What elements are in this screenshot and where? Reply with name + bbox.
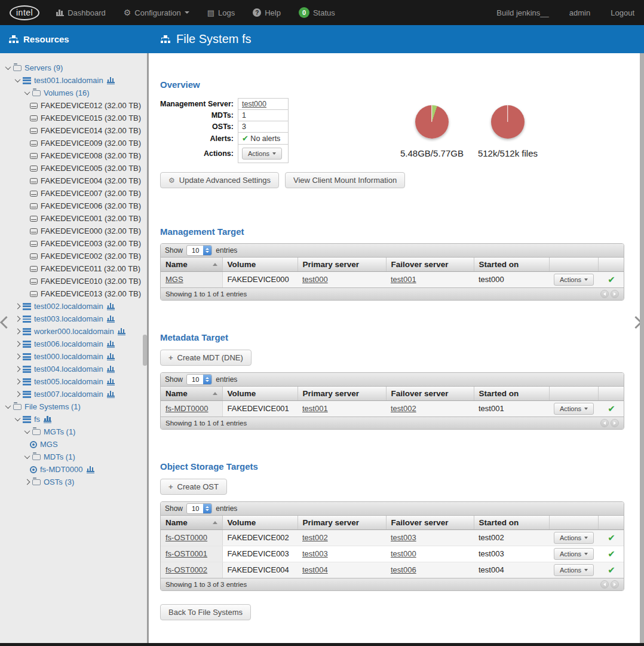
chart-icon[interactable] bbox=[107, 378, 115, 385]
intel-logo[interactable]: intel bbox=[10, 5, 39, 20]
tree-item-mgts-1[interactable]: MGTs (1) bbox=[0, 425, 147, 438]
previous-page-button[interactable] bbox=[600, 580, 609, 589]
previous-page-button[interactable] bbox=[600, 419, 609, 427]
nav-dashboard[interactable]: Dashboard bbox=[56, 8, 106, 17]
target-link[interactable]: fs-OST0002 bbox=[165, 565, 207, 574]
tree-item-fakedevice015-32-00-tb[interactable]: FAKEDEVICE015 (32.00 TB) bbox=[0, 112, 147, 124]
chevron-down-icon[interactable] bbox=[24, 453, 30, 459]
actions-dropdown-button[interactable]: Actions bbox=[554, 274, 594, 286]
entries-per-page-select[interactable]: 10 bbox=[186, 503, 212, 514]
nav-status[interactable]: 0 Status bbox=[299, 7, 335, 18]
chevron-down-icon[interactable] bbox=[15, 76, 21, 82]
failover-server-link[interactable]: test006 bbox=[391, 565, 416, 574]
chevron-right-icon[interactable] bbox=[15, 379, 21, 385]
column-header-failover-server[interactable]: Failover server bbox=[386, 258, 474, 271]
actions-dropdown-button[interactable]: Actions bbox=[554, 548, 594, 560]
nav-configuration[interactable]: ⚙ Configuration bbox=[124, 8, 189, 17]
create-create-mdt-dne-button[interactable]: +Create MDT (DNE) bbox=[160, 350, 252, 366]
chart-icon[interactable] bbox=[107, 366, 115, 373]
tree-item-fakedevice009-32-00-tb[interactable]: FAKEDEVICE009 (32.00 TB) bbox=[0, 137, 147, 149]
sidebar-scrollbar-thumb[interactable] bbox=[143, 335, 147, 366]
target-link[interactable]: fs-MDT0000 bbox=[165, 404, 208, 413]
actions-dropdown-button[interactable]: Actions bbox=[554, 564, 594, 576]
chevron-right-icon[interactable] bbox=[24, 479, 30, 485]
primary-server-link[interactable]: test003 bbox=[302, 549, 328, 558]
tree-item-fakedevice002-32-00-tb[interactable]: FAKEDEVICE002 (32.00 TB) bbox=[0, 250, 147, 262]
column-header-volume[interactable]: Volume bbox=[222, 516, 298, 529]
entries-per-page-select[interactable]: 10 bbox=[186, 245, 212, 256]
chevron-right-icon[interactable] bbox=[15, 304, 21, 310]
tree-item-fakedevice006-32-00-tb[interactable]: FAKEDEVICE006 (32.00 TB) bbox=[0, 200, 147, 212]
chevron-right-icon[interactable] bbox=[15, 341, 21, 347]
tree-item-fs-mdt0000[interactable]: fs-MDT0000 bbox=[0, 463, 147, 476]
chart-icon[interactable] bbox=[107, 353, 115, 360]
column-header-primary-server[interactable]: Primary server bbox=[298, 258, 386, 271]
tree-item-mdts-1[interactable]: MDTs (1) bbox=[0, 451, 147, 463]
create-create-ost-button[interactable]: +Create OST bbox=[160, 479, 227, 495]
column-header-primary-server[interactable]: Primary server bbox=[298, 516, 386, 529]
column-header-volume[interactable]: Volume bbox=[222, 387, 298, 400]
tree-item-fakedevice004-32-00-tb[interactable]: FAKEDEVICE004 (32.00 TB) bbox=[0, 174, 147, 187]
chevron-right-icon[interactable] bbox=[15, 366, 21, 372]
column-header-volume[interactable]: Volume bbox=[222, 258, 298, 271]
column-header-started-on[interactable]: Started on bbox=[474, 516, 549, 529]
failover-server-link[interactable]: test003 bbox=[391, 533, 416, 542]
column-header-name[interactable]: Name bbox=[161, 387, 222, 400]
tree-item-fakedevice005-32-00-tb[interactable]: FAKEDEVICE005 (32.00 TB) bbox=[0, 162, 147, 174]
tree-item-fakedevice012-32-00-tb[interactable]: FAKEDEVICE012 (32.00 TB) bbox=[0, 99, 147, 112]
tree-item-fakedevice013-32-00-tb[interactable]: FAKEDEVICE013 (32.00 TB) bbox=[0, 287, 147, 300]
tree-item-test003-localdomain[interactable]: test003.localdomain bbox=[0, 313, 147, 325]
tree-item-volumes-16[interactable]: Volumes (16) bbox=[0, 87, 147, 99]
chevron-down-icon[interactable] bbox=[24, 89, 30, 95]
nav-help[interactable]: ? Help bbox=[253, 8, 281, 17]
nav-user[interactable]: admin bbox=[569, 8, 590, 17]
tree-item-test001-localdomain[interactable]: test001.localdomain bbox=[0, 74, 147, 87]
chart-icon[interactable] bbox=[107, 391, 115, 398]
chart-icon[interactable] bbox=[107, 316, 115, 323]
tree-item-test002-localdomain[interactable]: test002.localdomain bbox=[0, 300, 147, 313]
chevron-right-icon[interactable] bbox=[15, 391, 21, 397]
previous-page-button[interactable] bbox=[600, 290, 609, 298]
tree-item-fs[interactable]: fs bbox=[0, 413, 147, 425]
primary-server-link[interactable]: test004 bbox=[302, 565, 328, 574]
primary-server-link[interactable]: test001 bbox=[302, 404, 328, 413]
target-link[interactable]: fs-OST0000 bbox=[165, 533, 207, 542]
next-page-button[interactable] bbox=[611, 580, 619, 589]
actions-dropdown-button[interactable]: Actions bbox=[242, 148, 282, 160]
chevron-down-icon[interactable] bbox=[15, 415, 21, 421]
tree-item-fakedevice010-32-00-tb[interactable]: FAKEDEVICE010 (32.00 TB) bbox=[0, 275, 147, 287]
chevron-right-icon[interactable] bbox=[15, 329, 21, 335]
chevron-down-icon[interactable] bbox=[5, 64, 11, 70]
chart-icon[interactable] bbox=[87, 466, 94, 473]
target-link[interactable]: fs-OST0001 bbox=[165, 549, 207, 558]
column-header-name[interactable]: Name bbox=[161, 258, 222, 271]
primary-server-link[interactable]: test002 bbox=[302, 533, 328, 542]
chart-icon[interactable] bbox=[44, 416, 51, 423]
management-server-link[interactable]: test000 bbox=[242, 100, 266, 108]
chart-icon[interactable] bbox=[118, 328, 125, 335]
primary-server-link[interactable]: test000 bbox=[302, 275, 328, 284]
tree-item-test005-localdomain[interactable]: test005.localdomain bbox=[0, 375, 147, 388]
column-header-failover-server[interactable]: Failover server bbox=[386, 516, 474, 529]
tree-item-file-systems-1[interactable]: File Systems (1) bbox=[0, 400, 147, 413]
tree-item-fakedevice001-32-00-tb[interactable]: FAKEDEVICE001 (32.00 TB) bbox=[0, 212, 147, 225]
column-header-name[interactable]: Name bbox=[161, 516, 222, 529]
tree-item-test004-localdomain[interactable]: test004.localdomain bbox=[0, 363, 147, 375]
view-client-mount-information-button[interactable]: View Client Mount Information bbox=[285, 172, 405, 188]
chart-icon[interactable] bbox=[107, 77, 115, 84]
tree-item-test006-localdomain[interactable]: test006.localdomain bbox=[0, 338, 147, 350]
column-header-failover-server[interactable]: Failover server bbox=[386, 387, 474, 400]
chevron-down-icon[interactable] bbox=[5, 403, 11, 409]
update-advanced-settings-button[interactable]: ⚙ Update Advanced Settings bbox=[160, 172, 279, 188]
tree-item-fakedevice014-32-00-tb[interactable]: FAKEDEVICE014 (32.00 TB) bbox=[0, 124, 147, 137]
tree-item-mgs[interactable]: MGS bbox=[0, 438, 147, 451]
failover-server-link[interactable]: test001 bbox=[391, 275, 416, 284]
entries-per-page-select[interactable]: 10 bbox=[186, 374, 212, 385]
column-header-started-on[interactable]: Started on bbox=[474, 387, 549, 400]
column-header-started-on[interactable]: Started on bbox=[474, 258, 549, 271]
next-page-button[interactable] bbox=[611, 290, 619, 298]
failover-server-link[interactable]: test002 bbox=[391, 404, 416, 413]
next-page-button[interactable] bbox=[611, 419, 619, 427]
chevron-right-icon[interactable] bbox=[15, 316, 21, 322]
chevron-down-icon[interactable] bbox=[24, 428, 30, 434]
